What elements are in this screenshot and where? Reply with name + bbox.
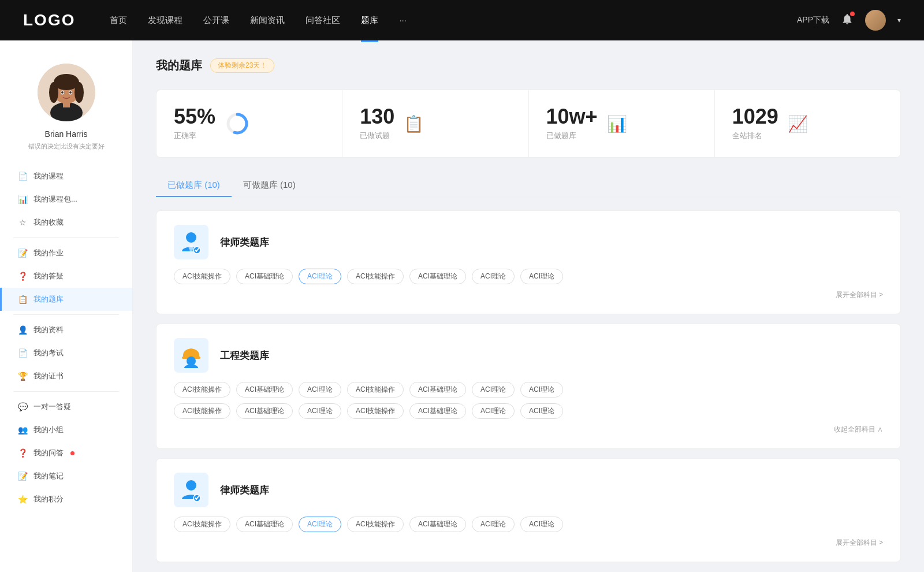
sidebar-item-certificate[interactable]: 🏆 我的证书 — [0, 365, 132, 388]
engineer-bank-title: 工程类题库 — [220, 349, 269, 362]
sidebar-label: 我的证书 — [33, 371, 64, 381]
my-qa-icon: ❓ — [17, 448, 28, 458]
collapse-button[interactable]: 收起全部科目 ∧ — [174, 425, 883, 434]
tag-item[interactable]: ACI基础理论 — [236, 403, 293, 419]
engineer-bank-tags-row2: ACI技能操作 ACI基础理论 ACI理论 ACI技能操作 ACI基础理论 AC… — [174, 403, 883, 419]
group-icon: 👥 — [17, 425, 28, 434]
sidebar-label: 我的资料 — [33, 325, 64, 335]
tag-item[interactable]: ACI理论 — [472, 403, 515, 419]
tag-item[interactable]: ACI理论 — [299, 382, 341, 398]
navbar: LOGO 首页 发现课程 公开课 新闻资讯 问答社区 题库 ··· APP下载 … — [0, 0, 924, 40]
tag-item-active[interactable]: ACI理论 — [299, 269, 341, 284]
tag-item[interactable]: ACI基础理论 — [409, 269, 466, 284]
lawyer-icon-svg — [178, 229, 204, 255]
sidebar-label: 我的笔记 — [33, 471, 64, 481]
tag-item[interactable]: ACI技能操作 — [174, 517, 230, 532]
nav-open-course[interactable]: 公开课 — [203, 13, 229, 28]
tab-available-banks[interactable]: 可做题库 (10) — [232, 174, 307, 196]
lawyer-bank-title-2: 律师类题库 — [220, 484, 269, 497]
nav-menu: 首页 发现课程 公开课 新闻资讯 问答社区 题库 ··· — [110, 13, 797, 28]
lawyer-icon-svg-2 — [178, 477, 204, 503]
page-title: 我的题库 — [156, 58, 202, 73]
tag-item[interactable]: ACI基础理论 — [236, 269, 293, 284]
stat-questions-done: 130 已做试题 📋 — [342, 90, 528, 157]
sidebar-label: 我的收藏 — [33, 217, 64, 228]
tag-item[interactable]: ACI基础理论 — [236, 382, 293, 398]
user-avatar[interactable] — [865, 10, 886, 31]
tag-item[interactable]: ACI技能操作 — [347, 517, 404, 532]
nav-discover[interactable]: 发现课程 — [148, 13, 182, 28]
sidebar-label: 我的答疑 — [33, 271, 64, 281]
sidebar-item-one-on-one[interactable]: 💬 一对一答疑 — [0, 395, 132, 418]
sidebar-menu: 📄 我的课程 📊 我的课程包... ☆ 我的收藏 📝 我的作业 ❓ 我的答疑 � — [0, 165, 132, 511]
nav-news[interactable]: 新闻资讯 — [250, 13, 285, 28]
expand-button-1[interactable]: 展开全部科目 > — [174, 290, 883, 300]
nav-question-bank[interactable]: 题库 — [361, 13, 378, 28]
sidebar-item-homework[interactable]: 📝 我的作业 — [0, 242, 132, 265]
main-content: 我的题库 体验剩余23天！ 55% 正确率 — [133, 40, 924, 572]
sidebar-item-qa[interactable]: ❓ 我的答疑 — [0, 265, 132, 288]
tag-item[interactable]: ACI理论 — [299, 403, 341, 419]
tag-item[interactable]: ACI技能操作 — [347, 382, 404, 398]
page-header: 我的题库 体验剩余23天！ — [156, 58, 901, 73]
star-icon: ☆ — [17, 218, 28, 227]
questions-icon: 📋 — [404, 114, 424, 133]
sidebar-item-exam[interactable]: 📄 我的考试 — [0, 341, 132, 365]
sidebar-label: 我的作业 — [33, 248, 64, 258]
tag-item[interactable]: ACI基础理论 — [409, 517, 466, 532]
tag-item[interactable]: ACI理论 — [520, 403, 563, 419]
tag-item[interactable]: ACI技能操作 — [347, 269, 404, 284]
svg-point-6 — [74, 82, 84, 103]
tag-item[interactable]: ACI理论 — [472, 517, 515, 532]
sidebar-item-notes[interactable]: 📝 我的笔记 — [0, 465, 132, 488]
tag-item[interactable]: ACI理论 — [472, 382, 515, 398]
questions-value: 130 — [360, 106, 394, 127]
sidebar-item-group[interactable]: 👥 我的小组 — [0, 418, 132, 441]
sidebar-avatar — [38, 64, 95, 121]
lawyer-bank-tags-1: ACI技能操作 ACI基础理论 ACI理论 ACI技能操作 ACI基础理论 AC… — [174, 269, 883, 284]
tag-item[interactable]: ACI理论 — [520, 517, 563, 532]
qa-notification-dot — [70, 451, 74, 455]
user-dropdown-arrow[interactable]: ▾ — [897, 16, 901, 24]
tag-item[interactable]: ACI技能操作 — [174, 403, 230, 419]
sidebar-item-profile[interactable]: 👤 我的资料 — [0, 318, 132, 341]
stat-banks-done: 10w+ 已做题库 📊 — [529, 90, 715, 157]
tag-item-active[interactable]: ACI理论 — [299, 517, 341, 532]
sidebar-divider-2 — [13, 314, 119, 315]
lawyer-bank-tags-2: ACI技能操作 ACI基础理论 ACI理论 ACI技能操作 ACI基础理论 AC… — [174, 517, 883, 532]
navbar-right: APP下载 ▾ — [797, 10, 901, 31]
sidebar-motto: 错误的决定比没有决定要好 — [28, 142, 105, 151]
lawyer-bank-title-1: 律师类题库 — [220, 236, 269, 249]
nav-home[interactable]: 首页 — [110, 13, 127, 28]
sidebar-item-favorites[interactable]: ☆ 我的收藏 — [0, 211, 132, 234]
nav-more[interactable]: ··· — [399, 13, 407, 28]
banks-value: 10w+ — [546, 106, 598, 127]
banks-icon: 📊 — [607, 114, 627, 133]
app-download-button[interactable]: APP下载 — [797, 15, 829, 25]
sidebar-item-question-bank[interactable]: 📋 我的题库 — [0, 288, 132, 311]
logo[interactable]: LOGO — [23, 11, 75, 29]
tag-item[interactable]: ACI理论 — [520, 382, 563, 398]
tag-item[interactable]: ACI基础理论 — [236, 517, 293, 532]
tag-item[interactable]: ACI技能操作 — [174, 382, 230, 398]
sidebar-item-course-package[interactable]: 📊 我的课程包... — [0, 188, 132, 211]
tag-item[interactable]: ACI基础理论 — [409, 382, 466, 398]
nav-qa[interactable]: 问答社区 — [305, 13, 340, 28]
tag-item[interactable]: ACI理论 — [520, 269, 563, 284]
svg-point-5 — [49, 82, 58, 103]
tag-item[interactable]: ACI基础理论 — [409, 403, 466, 419]
tag-item[interactable]: ACI技能操作 — [174, 269, 230, 284]
sidebar-divider-1 — [13, 237, 119, 238]
sidebar-item-my-qa[interactable]: ❓ 我的问答 — [0, 441, 132, 465]
sidebar-label: 我的考试 — [33, 348, 64, 358]
tab-done-banks[interactable]: 已做题库 (10) — [156, 174, 232, 196]
stat-accuracy: 55% 正确率 — [157, 90, 342, 157]
sidebar-item-points[interactable]: ⭐ 我的积分 — [0, 488, 132, 511]
stats-row: 55% 正确率 130 已做试题 📋 — [156, 90, 901, 158]
cert-icon: 🏆 — [17, 372, 28, 381]
tag-item[interactable]: ACI理论 — [472, 269, 515, 284]
tag-item[interactable]: ACI技能操作 — [347, 403, 404, 419]
notification-bell[interactable] — [841, 13, 854, 28]
expand-button-3[interactable]: 展开全部科目 > — [174, 538, 883, 548]
sidebar-item-my-course[interactable]: 📄 我的课程 — [0, 165, 132, 188]
